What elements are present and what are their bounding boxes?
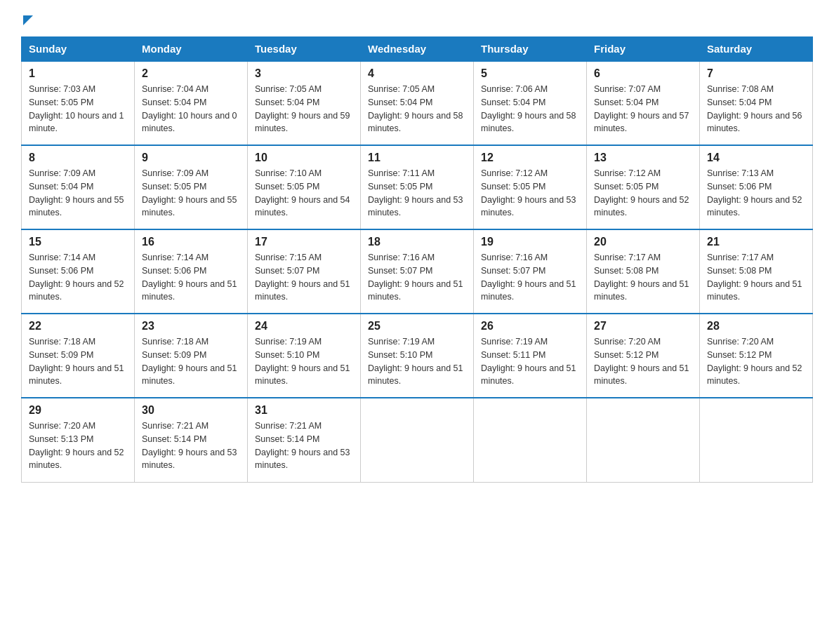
day-info: Sunrise: 7:16 AM Sunset: 5:07 PM Dayligh… [481,251,579,304]
day-number: 31 [255,404,353,417]
day-info: Sunrise: 7:08 AM Sunset: 5:04 PM Dayligh… [707,83,805,135]
day-cell: 4 Sunrise: 7:05 AM Sunset: 5:04 PM Dayli… [361,61,474,145]
day-cell: 23 Sunrise: 7:18 AM Sunset: 5:09 PM Dayl… [135,314,248,398]
week-row-5: 29 Sunrise: 7:20 AM Sunset: 5:13 PM Dayl… [22,398,813,482]
day-cell: 6 Sunrise: 7:07 AM Sunset: 5:04 PM Dayli… [587,61,700,145]
day-info: Sunrise: 7:05 AM Sunset: 5:04 PM Dayligh… [368,83,466,135]
day-info: Sunrise: 7:20 AM Sunset: 5:13 PM Dayligh… [29,420,127,472]
day-cell: 15 Sunrise: 7:14 AM Sunset: 5:06 PM Dayl… [22,229,135,314]
day-cell [361,398,474,482]
day-cell: 20 Sunrise: 7:17 AM Sunset: 5:08 PM Dayl… [587,229,700,314]
day-info: Sunrise: 7:19 AM Sunset: 5:10 PM Dayligh… [255,335,353,388]
day-number: 23 [142,320,240,333]
day-info: Sunrise: 7:05 AM Sunset: 5:04 PM Dayligh… [255,83,353,135]
day-info: Sunrise: 7:07 AM Sunset: 5:04 PM Dayligh… [594,83,692,135]
day-number: 18 [368,236,466,248]
day-info: Sunrise: 7:09 AM Sunset: 5:04 PM Dayligh… [29,167,127,220]
page-header [21,14,813,22]
day-number: 6 [594,67,692,80]
day-cell: 25 Sunrise: 7:19 AM Sunset: 5:10 PM Dayl… [361,314,474,398]
day-cell [700,398,813,482]
day-cell: 18 Sunrise: 7:16 AM Sunset: 5:07 PM Dayl… [361,229,474,314]
day-cell: 16 Sunrise: 7:14 AM Sunset: 5:06 PM Dayl… [135,229,248,314]
day-number: 13 [594,152,692,164]
day-info: Sunrise: 7:14 AM Sunset: 5:06 PM Dayligh… [142,251,240,304]
week-row-3: 15 Sunrise: 7:14 AM Sunset: 5:06 PM Dayl… [22,229,813,314]
day-cell: 2 Sunrise: 7:04 AM Sunset: 5:04 PM Dayli… [135,61,248,145]
day-info: Sunrise: 7:04 AM Sunset: 5:04 PM Dayligh… [142,83,240,135]
day-number: 7 [707,67,805,80]
header-cell-thursday: Thursday [474,37,587,62]
day-info: Sunrise: 7:19 AM Sunset: 5:10 PM Dayligh… [368,335,466,388]
day-number: 26 [481,320,579,333]
week-row-4: 22 Sunrise: 7:18 AM Sunset: 5:09 PM Dayl… [22,314,813,398]
day-cell: 22 Sunrise: 7:18 AM Sunset: 5:09 PM Dayl… [22,314,135,398]
day-cell [474,398,587,482]
day-info: Sunrise: 7:16 AM Sunset: 5:07 PM Dayligh… [368,251,466,304]
week-row-2: 8 Sunrise: 7:09 AM Sunset: 5:04 PM Dayli… [22,145,813,229]
day-number: 11 [368,152,466,164]
week-row-1: 1 Sunrise: 7:03 AM Sunset: 5:05 PM Dayli… [22,61,813,145]
day-number: 10 [255,152,353,164]
header-cell-tuesday: Tuesday [248,37,361,62]
day-number: 19 [481,236,579,248]
day-number: 24 [255,320,353,333]
day-info: Sunrise: 7:18 AM Sunset: 5:09 PM Dayligh… [142,335,240,388]
day-info: Sunrise: 7:21 AM Sunset: 5:14 PM Dayligh… [255,420,353,472]
day-info: Sunrise: 7:11 AM Sunset: 5:05 PM Dayligh… [368,167,466,220]
day-cell: 24 Sunrise: 7:19 AM Sunset: 5:10 PM Dayl… [248,314,361,398]
day-number: 2 [142,67,240,80]
day-info: Sunrise: 7:12 AM Sunset: 5:05 PM Dayligh… [594,167,692,220]
calendar-body: 1 Sunrise: 7:03 AM Sunset: 5:05 PM Dayli… [22,61,813,482]
day-cell: 27 Sunrise: 7:20 AM Sunset: 5:12 PM Dayl… [587,314,700,398]
day-info: Sunrise: 7:20 AM Sunset: 5:12 PM Dayligh… [707,335,805,388]
day-info: Sunrise: 7:17 AM Sunset: 5:08 PM Dayligh… [707,251,805,304]
day-info: Sunrise: 7:09 AM Sunset: 5:05 PM Dayligh… [142,167,240,220]
day-info: Sunrise: 7:21 AM Sunset: 5:14 PM Dayligh… [142,420,240,472]
day-cell: 28 Sunrise: 7:20 AM Sunset: 5:12 PM Dayl… [700,314,813,398]
day-cell: 12 Sunrise: 7:12 AM Sunset: 5:05 PM Dayl… [474,145,587,229]
day-info: Sunrise: 7:13 AM Sunset: 5:06 PM Dayligh… [707,167,805,220]
day-cell: 9 Sunrise: 7:09 AM Sunset: 5:05 PM Dayli… [135,145,248,229]
day-number: 12 [481,152,579,164]
logo [21,14,33,22]
day-info: Sunrise: 7:12 AM Sunset: 5:05 PM Dayligh… [481,167,579,220]
logo-triangle-icon [23,15,33,25]
day-cell [587,398,700,482]
day-number: 28 [707,320,805,333]
day-number: 29 [29,404,127,417]
day-number: 9 [142,152,240,164]
day-info: Sunrise: 7:18 AM Sunset: 5:09 PM Dayligh… [29,335,127,388]
day-cell: 19 Sunrise: 7:16 AM Sunset: 5:07 PM Dayl… [474,229,587,314]
day-cell: 29 Sunrise: 7:20 AM Sunset: 5:13 PM Dayl… [22,398,135,482]
day-info: Sunrise: 7:17 AM Sunset: 5:08 PM Dayligh… [594,251,692,304]
day-cell: 3 Sunrise: 7:05 AM Sunset: 5:04 PM Dayli… [248,61,361,145]
day-info: Sunrise: 7:06 AM Sunset: 5:04 PM Dayligh… [481,83,579,135]
day-cell: 21 Sunrise: 7:17 AM Sunset: 5:08 PM Dayl… [700,229,813,314]
day-cell: 30 Sunrise: 7:21 AM Sunset: 5:14 PM Dayl… [135,398,248,482]
day-cell: 13 Sunrise: 7:12 AM Sunset: 5:05 PM Dayl… [587,145,700,229]
header-cell-friday: Friday [587,37,700,62]
day-info: Sunrise: 7:15 AM Sunset: 5:07 PM Dayligh… [255,251,353,304]
day-cell: 26 Sunrise: 7:19 AM Sunset: 5:11 PM Dayl… [474,314,587,398]
day-number: 22 [29,320,127,333]
day-cell: 11 Sunrise: 7:11 AM Sunset: 5:05 PM Dayl… [361,145,474,229]
day-number: 8 [29,152,127,164]
day-number: 14 [707,152,805,164]
day-number: 1 [29,67,127,80]
day-number: 16 [142,236,240,248]
header-cell-monday: Monday [135,37,248,62]
day-info: Sunrise: 7:03 AM Sunset: 5:05 PM Dayligh… [29,83,127,135]
day-cell: 8 Sunrise: 7:09 AM Sunset: 5:04 PM Dayli… [22,145,135,229]
day-number: 15 [29,236,127,248]
day-info: Sunrise: 7:19 AM Sunset: 5:11 PM Dayligh… [481,335,579,388]
header-cell-saturday: Saturday [700,37,813,62]
day-number: 27 [594,320,692,333]
day-cell: 1 Sunrise: 7:03 AM Sunset: 5:05 PM Dayli… [22,61,135,145]
day-info: Sunrise: 7:20 AM Sunset: 5:12 PM Dayligh… [594,335,692,388]
day-number: 21 [707,236,805,248]
day-cell: 31 Sunrise: 7:21 AM Sunset: 5:14 PM Dayl… [248,398,361,482]
calendar-header-row: SundayMondayTuesdayWednesdayThursdayFrid… [22,37,813,62]
day-number: 30 [142,404,240,417]
day-info: Sunrise: 7:14 AM Sunset: 5:06 PM Dayligh… [29,251,127,304]
